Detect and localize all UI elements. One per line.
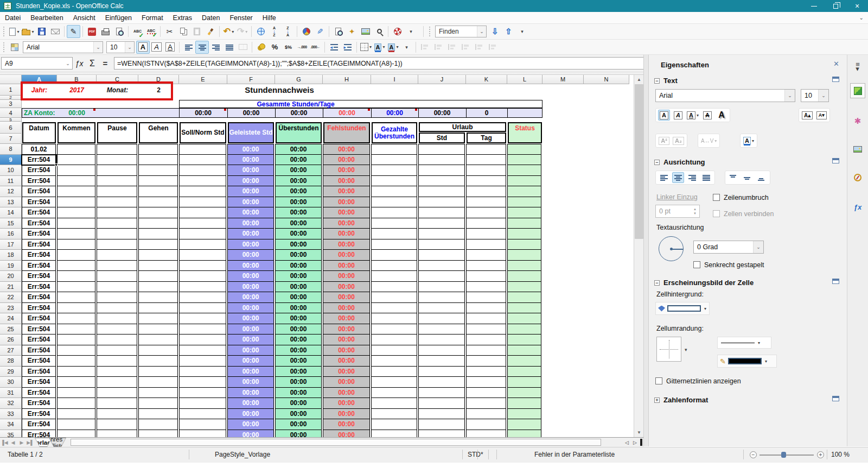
row-header-30[interactable]: 30 [0, 377, 22, 388]
cell-I10[interactable] [371, 165, 417, 176]
cell-F4[interactable]: 00:00 [227, 108, 275, 118]
sort-descending-button[interactable]: Z↓A [281, 25, 295, 38]
cell-J10[interactable] [418, 165, 465, 176]
cell-D14[interactable] [138, 207, 178, 218]
cell-A4[interactable]: ZA Konto: [22, 108, 60, 118]
cell-H13[interactable]: 00:00 [323, 197, 370, 208]
cell-K34[interactable] [466, 419, 506, 430]
cell-B26[interactable] [57, 335, 95, 345]
row-header-5[interactable]: 5 [0, 118, 22, 122]
cell-F16[interactable]: 00:00 [227, 229, 274, 239]
cell-selection[interactable] [21, 154, 57, 166]
cell-L23[interactable] [507, 303, 541, 314]
cell-I13[interactable] [371, 197, 417, 208]
cell-J20[interactable] [418, 271, 465, 282]
cell-D26[interactable] [138, 335, 178, 345]
row-header-9[interactable]: 9 [0, 155, 22, 166]
cell-C35[interactable] [97, 430, 137, 438]
cell-J23[interactable] [418, 303, 465, 314]
cell-C34[interactable] [97, 419, 137, 430]
increase-font-button[interactable]: A▴ [801, 110, 813, 121]
row-header-11[interactable]: 11 [0, 176, 22, 187]
header-geleistete[interactable]: Geleistete Std [228, 122, 274, 143]
toolbar-grip[interactable] [2, 27, 6, 36]
cell-J26[interactable] [418, 335, 465, 345]
cell-K8[interactable] [466, 144, 506, 155]
rotation-degrees-select[interactable]: 0 Grad⌄ [693, 241, 764, 254]
styles-window-button[interactable] [8, 41, 21, 54]
sidebar-font-color-button[interactable]: A▾ [743, 135, 755, 146]
find-next-button[interactable]: ⇩ [488, 25, 502, 38]
sidebar-close-icon[interactable]: ✕ [833, 60, 839, 68]
cell-L18[interactable] [507, 250, 541, 261]
clone-formatting-button[interactable] [203, 25, 217, 38]
cell-C15[interactable] [97, 218, 137, 229]
collapse-icon[interactable]: − [654, 160, 660, 165]
cell-G15[interactable]: 00:00 [275, 218, 322, 229]
align-left-button[interactable] [182, 41, 195, 54]
cell-I8[interactable] [371, 144, 417, 155]
cell-J19[interactable] [418, 261, 465, 272]
cell-H9[interactable]: 00:00 [323, 155, 370, 166]
cell-I20[interactable] [371, 271, 417, 282]
cell-C20[interactable] [97, 271, 137, 282]
cell-C33[interactable] [97, 409, 137, 420]
cell-G13[interactable]: 00:00 [275, 197, 322, 208]
cell-J14[interactable] [418, 207, 465, 218]
sidebar-italic-button[interactable]: A [672, 110, 684, 121]
cell-J8[interactable] [418, 144, 465, 155]
cell-H14[interactable]: 00:00 [323, 207, 370, 218]
cell-H19[interactable]: 00:00 [323, 261, 370, 272]
row-header-20[interactable]: 20 [0, 271, 22, 282]
cell-I22[interactable] [371, 292, 417, 303]
spellcheck-button[interactable]: ABC [131, 25, 144, 38]
header-status[interactable]: Status [508, 122, 542, 143]
navigator-button[interactable]: ✦ [345, 25, 359, 38]
cell-I21[interactable] [371, 282, 417, 293]
cell-summary-title[interactable]: Gesammte Stunden/Tage [179, 100, 412, 108]
cell-G20[interactable]: 00:00 [275, 271, 322, 282]
cell-F11[interactable]: 00:00 [227, 176, 274, 187]
cell-H18[interactable]: 00:00 [323, 250, 370, 261]
hyperlink-button[interactable] [254, 25, 267, 38]
cell-E11[interactable] [179, 176, 226, 187]
cell-E22[interactable] [179, 292, 226, 303]
align-center-button[interactable] [195, 41, 209, 54]
row-header-18[interactable]: 18 [0, 250, 22, 261]
cell-E16[interactable] [179, 229, 226, 239]
cell-E29[interactable] [179, 367, 226, 377]
cell-H15[interactable]: 00:00 [323, 218, 370, 229]
cell-K9[interactable] [466, 155, 506, 166]
row-header-33[interactable]: 33 [0, 409, 22, 420]
row-header-14[interactable]: 14 [0, 207, 22, 218]
cell-K28[interactable] [466, 356, 506, 367]
cell-H8[interactable]: 00:00 [323, 144, 370, 155]
cell-E30[interactable] [179, 377, 226, 388]
cell-L25[interactable] [507, 324, 541, 335]
menu-bearbeiten[interactable]: Bearbeiten [25, 12, 68, 23]
cell-K26[interactable] [466, 335, 506, 345]
cell-B25[interactable] [57, 324, 95, 335]
header-fehlstunden[interactable]: Fehlstunden [323, 122, 370, 143]
vertical-scrollbar[interactable]: ▲ ▼ [634, 75, 643, 437]
cell-B35[interactable] [57, 430, 95, 438]
menu-daten[interactable]: Daten [197, 12, 225, 23]
cell-E28[interactable] [179, 356, 226, 367]
cell-G16[interactable]: 00:00 [275, 229, 322, 239]
section-numberformat-header[interactable]: + Zahlenformat [654, 396, 708, 404]
cell-I19[interactable] [371, 261, 417, 272]
row-header-21[interactable]: 21 [0, 282, 22, 293]
sheet-title[interactable]: Stundennachweis [179, 84, 380, 96]
cell-H24[interactable]: 00:00 [323, 313, 370, 324]
chevron-down-icon[interactable]: ▾ [758, 340, 760, 345]
character-spacing-button[interactable]: A↔V▾ [700, 135, 717, 146]
cell-I30[interactable] [371, 377, 417, 388]
cell-C24[interactable] [97, 313, 137, 324]
cell-I34[interactable] [371, 419, 417, 430]
cell-C23[interactable] [97, 303, 137, 314]
sheet-tab-vorlage[interactable]: Vorlage [35, 438, 52, 447]
header-soll[interactable]: Soll/Norm Std [180, 122, 226, 143]
cell-E19[interactable] [179, 261, 226, 272]
edit-mode-button[interactable]: ✎ [67, 25, 80, 38]
row-header-28[interactable]: 28 [0, 356, 22, 367]
